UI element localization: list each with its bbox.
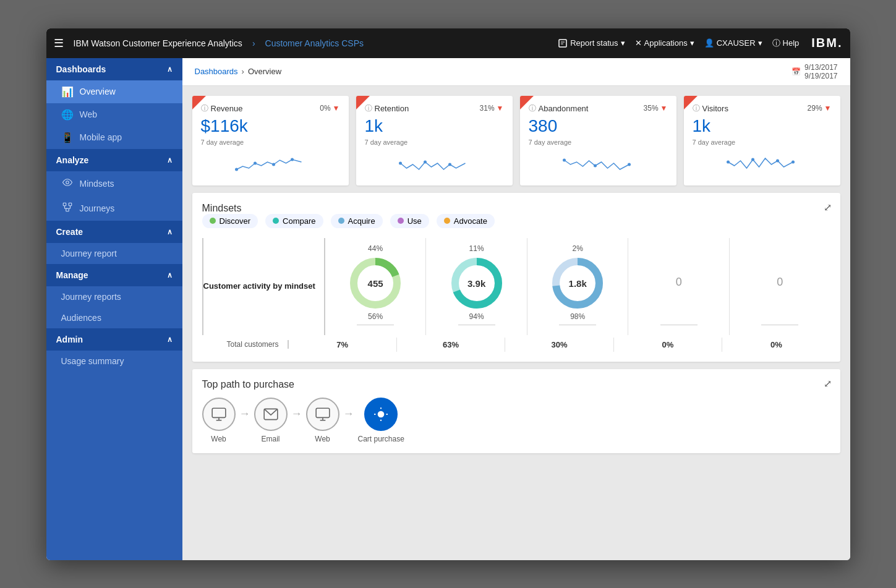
compare-center-val: 3.9k	[467, 278, 485, 288]
kpi-card-retention: ⓘ Retention 31% ▼ 1k 7 day average	[356, 96, 513, 185]
report-status-btn[interactable]: Report status ▾	[558, 38, 625, 48]
kpi-value-abandonment: 380	[529, 116, 668, 136]
svg-rect-35	[316, 408, 330, 417]
main-layout: Dashboards ∧ 📊 Overview 🌐 Web 📱 Mobile a…	[46, 58, 850, 560]
date-end: 9/19/2017	[804, 72, 837, 80]
total-pct-advocate: 0%	[722, 338, 830, 352]
mindsets-legend: Discover Compare Acquire Use	[202, 214, 830, 228]
legend-advocate[interactable]: Advocate	[437, 214, 495, 228]
content-header: Dashboards › Overview 📅 9/13/2017 9/19/2…	[182, 58, 850, 86]
path-arrow-2: →	[288, 407, 306, 420]
sparkline-retention	[365, 151, 504, 178]
svg-point-24	[791, 160, 795, 163]
sidebar-section-admin[interactable]: Admin ∧	[46, 328, 182, 351]
info-icon-3: ⓘ	[529, 103, 536, 114]
legend-use[interactable]: Use	[390, 214, 429, 228]
svg-point-13	[272, 163, 275, 166]
sidebar-item-audiences[interactable]: Audiences	[46, 307, 182, 328]
svg-point-19	[594, 164, 597, 167]
donut-discover: 455	[348, 255, 403, 311]
svg-rect-6	[66, 208, 69, 211]
acquire-dot	[338, 218, 344, 224]
legend-compare[interactable]: Compare	[265, 214, 323, 228]
top-bar-actions: Report status ▾ ✕ Applications ▾ 👤 CXAUS…	[558, 36, 842, 50]
nav-customer-analytics[interactable]: Customer Analytics CSPs	[265, 38, 364, 48]
path-step-email: Email	[254, 398, 288, 443]
sidebar-section-analyze[interactable]: Analyze ∧	[46, 149, 182, 171]
bar-chart-icon: 📊	[61, 86, 74, 98]
compare-dot	[273, 218, 279, 224]
chevron-up-icon-5: ∧	[167, 335, 173, 344]
sidebar-section-manage[interactable]: Manage ∧	[46, 264, 182, 286]
path-label-web-1: Web	[211, 435, 226, 443]
report-icon	[558, 38, 568, 48]
path-step-web-1: Web	[202, 398, 236, 443]
date-range[interactable]: 📅 9/13/2017 9/19/2017	[791, 63, 837, 80]
svg-point-3	[66, 181, 69, 184]
expand-mindsets-icon[interactable]: ⤢	[824, 202, 832, 213]
date-start: 9/13/2017	[804, 63, 837, 72]
path-arrow-1: →	[236, 407, 254, 420]
acquire-pct-top: 2%	[572, 244, 582, 253]
help-btn[interactable]: ⓘ Help	[772, 38, 800, 49]
sparkline-revenue	[201, 151, 340, 178]
info-icon-2: ⓘ	[365, 103, 372, 114]
kpi-pct-revenue: 0% ▼	[320, 104, 339, 113]
svg-point-11	[235, 168, 238, 171]
down-arrow-icon: ▼	[333, 104, 340, 113]
chevron-up-icon-3: ∧	[167, 228, 173, 236]
svg-point-38	[378, 411, 384, 417]
web-icon-2	[306, 398, 339, 431]
expand-path-icon[interactable]: ⤢	[824, 378, 832, 390]
kpi-row: ⓘ Revenue 0% ▼ $116k 7 day average	[182, 86, 850, 185]
sidebar-item-overview[interactable]: 📊 Overview	[46, 80, 182, 103]
sidebar-item-journey-reports[interactable]: Journey reports	[46, 286, 182, 307]
path-flow: Web → Email →	[202, 398, 830, 443]
kpi-card-revenue: ⓘ Revenue 0% ▼ $116k 7 day average	[192, 96, 349, 185]
path-step-cart-purchase: Cart purchase	[358, 398, 404, 443]
path-arrow-3: →	[339, 407, 358, 420]
top-path-section: Top path to purchase ⤢ Web →	[192, 369, 840, 453]
sidebar-item-journey-report[interactable]: Journey report	[46, 243, 182, 264]
journeys-icon	[61, 202, 74, 215]
info-icon-4: ⓘ	[693, 103, 700, 114]
kpi-value-retention: 1k	[365, 116, 504, 136]
path-label-email: Email	[261, 435, 279, 443]
sidebar-item-journeys[interactable]: Journeys	[46, 196, 182, 221]
chart-col-advocate: 0	[730, 238, 830, 335]
hamburger-icon[interactable]: ☰	[54, 36, 64, 50]
compare-pct-bottom: 94%	[469, 312, 484, 321]
total-pct-compare: 63%	[397, 338, 505, 352]
calendar-icon: 📅	[791, 67, 801, 76]
compare-pct-top: 11%	[469, 244, 484, 253]
svg-point-16	[424, 160, 427, 163]
kpi-pct-retention: 31% ▼	[480, 104, 504, 113]
applications-btn[interactable]: ✕ Applications ▾	[635, 38, 694, 48]
legend-discover[interactable]: Discover	[202, 214, 258, 228]
total-pct-use: 0%	[614, 338, 722, 352]
mindsets-section: Mindsets ⤢ Discover Compare Acquire	[192, 193, 840, 362]
use-zero: 0	[676, 263, 682, 301]
nav-separator: ›	[252, 38, 255, 48]
ibm-logo: IBM.	[811, 36, 842, 50]
sidebar-section-dashboards[interactable]: Dashboards ∧	[46, 58, 182, 80]
kpi-value-visitors: 1k	[693, 116, 832, 136]
sparkline-visitors	[693, 151, 832, 178]
sidebar-section-create[interactable]: Create ∧	[46, 221, 182, 243]
sparkline-abandonment	[529, 151, 668, 178]
kpi-card-visitors: ⓘ Visitors 29% ▼ 1k 7 day average	[684, 96, 840, 185]
breadcrumb-dashboards[interactable]: Dashboards	[195, 67, 238, 76]
sidebar-item-usage-summary[interactable]: Usage summary	[46, 351, 182, 372]
sidebar-item-mindsets[interactable]: Mindsets	[46, 171, 182, 196]
sidebar-item-mobile-app[interactable]: 📱 Mobile app	[46, 126, 182, 149]
user-btn[interactable]: 👤 CXAUSER ▾	[704, 38, 762, 48]
sidebar: Dashboards ∧ 📊 Overview 🌐 Web 📱 Mobile a…	[46, 58, 182, 560]
advocate-zero: 0	[777, 263, 783, 301]
kpi-sub-revenue: 7 day average	[201, 138, 340, 146]
path-step-web-2: Web	[306, 398, 339, 443]
chevron-up-icon: ∧	[167, 65, 173, 74]
breadcrumb: Dashboards › Overview	[195, 67, 282, 76]
chart-col-use: 0	[628, 238, 730, 335]
legend-acquire[interactable]: Acquire	[331, 214, 383, 228]
sidebar-item-web[interactable]: 🌐 Web	[46, 103, 182, 126]
